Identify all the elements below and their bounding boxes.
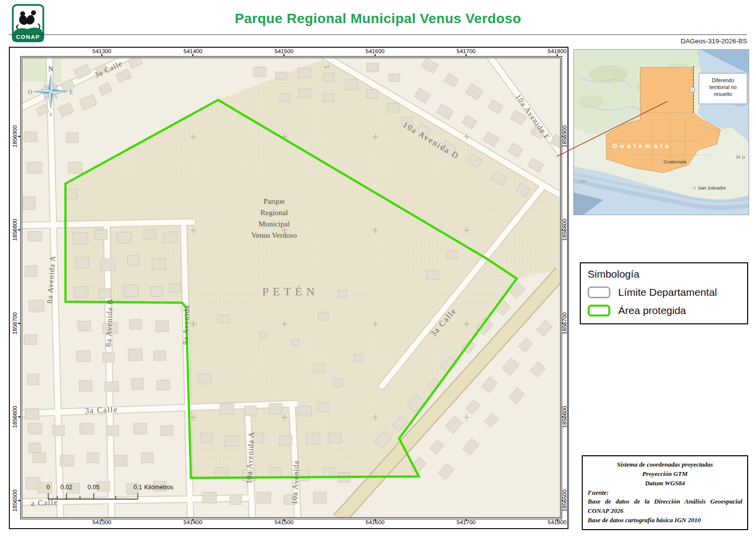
compass-n: N [48, 65, 53, 73]
svg-text:Regional: Regional [260, 208, 288, 217]
legend-title: Simbología [588, 268, 740, 280]
legend-swatch-limite-departamental [588, 286, 610, 298]
svg-text:Diferendo: Diferendo [712, 77, 734, 83]
credits-line: Base de datos de la Dirección Análisis G… [588, 497, 742, 516]
coordinate-label: 541600 [366, 48, 384, 54]
page-title: Parque Regional Municipal Venus Verdoso [0, 11, 756, 27]
honduras-partial-label: Ho [736, 154, 747, 160]
map-frame: 541300 541400 541500 541600 541700 54180… [9, 47, 568, 529]
coordinate-label: 541500 [275, 48, 293, 54]
scale-unit-label: Kilómetros [144, 484, 173, 491]
credits-box: Sistema de coordenadas proyectadas Proye… [582, 455, 748, 530]
svg-text:Venus Verdoso: Venus Verdoso [252, 231, 297, 239]
credits-line: Proyección GTM [588, 470, 742, 479]
legend-box: Simbología Límite Departamental Área pro… [580, 262, 748, 324]
coordinate-label: 541400 [184, 48, 202, 54]
map-canvas: 3a Calle 8a Avenida A 8a Avenida B 9a Av… [22, 58, 561, 518]
credits-line: Fuente: [588, 488, 742, 498]
city-dot [658, 160, 661, 162]
scale-tick-label: 0.05 [88, 484, 99, 491]
street-label-9a-avenida: 9a Avenida [181, 305, 191, 345]
coordinate-label: 541300 [93, 48, 111, 54]
vegetation-patch [22, 58, 62, 82]
scale-tick-label: 0.1 [133, 484, 142, 491]
svg-text:Municipal: Municipal [258, 220, 290, 228]
coordinate-label: 541800 [548, 48, 567, 54]
legend-item-limite: Límite Departamental [588, 286, 740, 298]
coordinate-label: 1856800 [12, 219, 18, 241]
scale-tick-label: 0.02 [61, 484, 72, 491]
page: { "header": { "logo": "CONAP", "title": … [0, 0, 756, 536]
svg-text:Parque: Parque [263, 197, 284, 205]
street-label-10a-avenida: 10a Avenida [290, 460, 300, 505]
coordinate-label: 541700 [457, 48, 475, 54]
legend-item-area-protegida: Área protegida [588, 305, 740, 316]
scale-tick-label: 0 [47, 484, 50, 491]
legend-label: Límite Departamental [618, 286, 717, 298]
credits-line: Datum WGS84 [588, 479, 742, 488]
belize-marker [690, 87, 695, 92]
san-salvador-label: San Salvador [698, 185, 726, 190]
credits-line: Sistema de coordenadas proyectadas [588, 460, 742, 470]
depth-label: 721 [580, 179, 587, 184]
document-id: DAGeos-319-2026-BS [681, 37, 747, 45]
street-label-8a-avenida-b: 8a Avenida B [104, 299, 114, 347]
street-label-3a-calle-mid: 3a Calle [85, 405, 118, 415]
svg-text:territorial no: territorial no [709, 84, 737, 90]
inset-locator-map: Diferendo territorial no resuelto Guatem… [573, 49, 749, 215]
map-svg: 3a Calle 8a Avenida A 8a Avenida B 9a Av… [22, 58, 560, 517]
credits-line: Base de datos cartografía básica IGN 201… [588, 516, 742, 525]
coordinate-label: 1856700 [12, 313, 18, 335]
legend-label: Área protegida [618, 305, 686, 316]
compass-o: O [28, 89, 32, 95]
compass-s: S [49, 112, 52, 117]
city-label: Guatemala [663, 159, 687, 164]
header-rule [9, 34, 747, 35]
department-label: PETÉN [262, 285, 319, 298]
compass-e: E [69, 89, 73, 95]
coordinate-label: 1856500 [12, 490, 18, 512]
coordinate-label: 1856900 [12, 126, 18, 148]
legend-swatch-area-protegida [588, 305, 610, 316]
svg-text:resuelto: resuelto [714, 91, 732, 97]
country-label: Guatemala [612, 142, 671, 150]
coordinate-label: 1856600 [12, 406, 18, 428]
